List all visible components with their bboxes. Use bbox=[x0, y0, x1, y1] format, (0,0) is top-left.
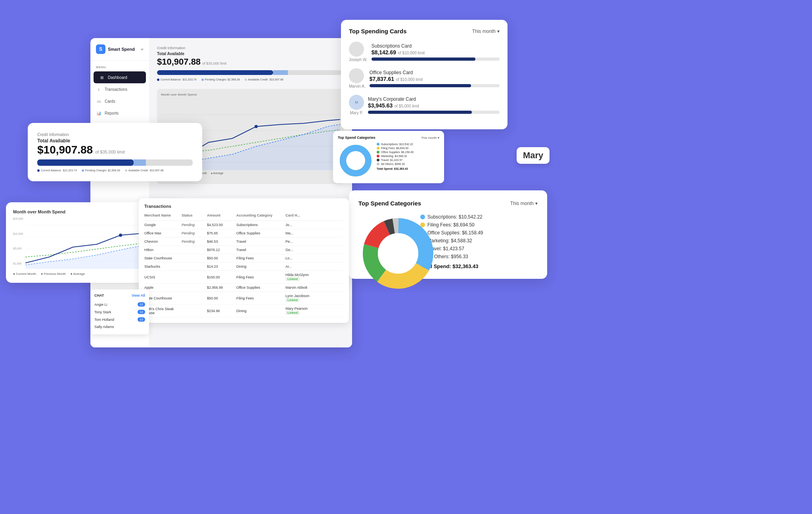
float-credit-legend: Current Balance: $21,523.74 Pending Char… bbox=[37, 169, 193, 172]
sidebar-item-transactions[interactable]: ↕ Transactions bbox=[90, 83, 149, 95]
float-credit-bar bbox=[37, 159, 193, 166]
card-amount-3: $3,945.63 bbox=[368, 102, 393, 109]
table-row: State Courthouse $50.00 Filing Fees Lynn… bbox=[144, 292, 343, 305]
reports-icon: 📊 bbox=[96, 110, 102, 116]
table-row: State Courthouse $50.00 Filing Fees Lo..… bbox=[144, 254, 343, 263]
float-legend-balance: Current Balance: $21,523.74 bbox=[37, 169, 77, 172]
svg-point-17 bbox=[378, 233, 418, 274]
sidebar-item-dashboard[interactable]: ⊞ Dashboard bbox=[94, 71, 146, 83]
merchant: Google bbox=[144, 223, 180, 227]
chat-item-3[interactable]: Tom Holland 12 bbox=[94, 316, 145, 323]
card: Hilda McGlynn Linked bbox=[285, 273, 317, 281]
small-legend-travel: Travel: $1,423.57 bbox=[377, 159, 414, 161]
category: Office Supplies bbox=[236, 231, 284, 235]
amount: $976.12 bbox=[207, 248, 235, 252]
sidebar-item-label: Reports bbox=[105, 111, 119, 115]
chevron-down-icon: ▾ bbox=[535, 201, 538, 206]
chat-view-all[interactable]: View All bbox=[132, 293, 145, 297]
credit-float-panel: Credit Information Total Available $10,9… bbox=[28, 123, 202, 181]
card: Mary Pearson Linked bbox=[285, 307, 317, 315]
expand-icon[interactable]: ⇄ bbox=[141, 48, 144, 51]
category: Dining bbox=[236, 265, 284, 269]
sidebar-item-label: Transactions bbox=[105, 87, 127, 92]
credit-info-label: Credit Information bbox=[157, 46, 344, 50]
legend-others: All Others: $956.33 bbox=[420, 254, 538, 259]
small-total: Total Spend: $32,363.43 bbox=[377, 167, 414, 170]
small-legend-subscriptions: Subscriptions: $10,542.22 bbox=[377, 143, 414, 146]
large-filter-dropdown[interactable]: This month ▾ bbox=[510, 201, 538, 206]
spend-bar-2 bbox=[370, 84, 500, 87]
transactions-icon: ↕ bbox=[96, 86, 102, 92]
legend-office: Office Supplies: $6,158.49 bbox=[420, 230, 538, 236]
app-logo-icon: S bbox=[96, 44, 105, 54]
y-axis: $15,000 $10,000 $5,000 $1,000 bbox=[13, 217, 23, 265]
status: Pending bbox=[182, 223, 205, 227]
filter-label: This month bbox=[510, 201, 534, 206]
card: Ge... bbox=[285, 248, 317, 252]
float-bar-used bbox=[37, 159, 134, 166]
table-row: Chevron Pending $46.53 Travel Pe... bbox=[144, 238, 343, 246]
top-spending-cards-panel: Top Spending Cards This month ▾ Joseph W… bbox=[341, 20, 508, 129]
table-header: Merchant Name Status Amount Accounting C… bbox=[144, 212, 343, 221]
filter-dropdown[interactable]: This month ▾ bbox=[472, 29, 500, 34]
legend-dot-balance bbox=[157, 79, 159, 81]
svg-point-5 bbox=[255, 125, 258, 128]
table-row: Starbucks $14.23 Dining Ar... bbox=[144, 263, 343, 271]
chat-item-2[interactable]: Tony Stark 12 bbox=[94, 308, 145, 316]
dashboard-icon: ⊞ bbox=[99, 75, 105, 80]
legend-current-balance: Current Balance: $21,523.74 bbox=[157, 78, 197, 81]
large-panel-title: Top Spend Categories bbox=[358, 200, 421, 207]
merchant: Starbucks bbox=[144, 265, 180, 269]
table-row: Office Max Pending $75.65 Office Supplie… bbox=[144, 229, 343, 238]
credit-bar-used bbox=[157, 70, 273, 75]
table-row: Ruth's Chris Steak House $234.96 Dining … bbox=[144, 305, 343, 317]
legend-value: $21,523.74 bbox=[183, 78, 197, 81]
menu-label: MENU bbox=[90, 61, 149, 71]
chat-item-4[interactable]: Sally Adams bbox=[94, 323, 145, 330]
legend-current-month: ● Current Month bbox=[13, 272, 36, 276]
chat-badge-3: 12 bbox=[138, 317, 145, 322]
sidebar-logo: S Smart Spend ⇄ bbox=[90, 44, 149, 61]
card-limit-2: of $10,000 limit bbox=[396, 77, 423, 82]
card-name-2: Office Supplies Card bbox=[370, 70, 500, 75]
avatar-circle-3: M bbox=[349, 95, 364, 110]
credit-legend: Current Balance: $21,523.74 Pending Char… bbox=[157, 78, 344, 81]
large-panel-content: Subscriptions: $10,542.22 Filing Fees: $… bbox=[358, 214, 538, 269]
small-panel-filter[interactable]: This month ▾ bbox=[421, 136, 439, 140]
legend-value: $10,907.88 bbox=[270, 78, 283, 81]
status: Pending bbox=[182, 231, 205, 235]
amount: $4,523.00 bbox=[207, 223, 235, 227]
user-avatar-3: M Mary P. bbox=[349, 95, 364, 115]
chat-badge-2: 12 bbox=[138, 310, 145, 314]
card-name-1: Subscriptions Card bbox=[372, 43, 500, 49]
dot bbox=[377, 151, 379, 153]
float-title: Total Available bbox=[37, 138, 193, 144]
chat-item-1[interactable]: Angie Li 12 bbox=[94, 301, 145, 308]
small-legend-office: Office Supplies: $6,158.49 bbox=[377, 151, 414, 153]
float-available-value: $10,907.88 bbox=[150, 169, 164, 172]
float-legend-pending: Pending Charges $2,568.38 bbox=[82, 169, 120, 172]
card-name-3: Mary's Corporate Card bbox=[368, 96, 500, 102]
small-panel-title: Top Spend Categories bbox=[338, 136, 375, 140]
spending-info-2: Office Supplies Card $7,837.61 of $10,00… bbox=[370, 70, 500, 87]
amount: $150.00 bbox=[207, 275, 235, 279]
spend-bar-3 bbox=[368, 111, 500, 114]
legend-pending-charges: Pending Charges $2,568.38 bbox=[201, 78, 240, 81]
chat-user-name: Tony Stark bbox=[94, 310, 111, 314]
col-card: Card H... bbox=[285, 213, 317, 217]
sidebar-item-reports[interactable]: 📊 Reports bbox=[90, 107, 149, 119]
avatar-name-1: Joseph W. bbox=[349, 58, 368, 62]
sidebar-item-cards[interactable]: ▭ Cards bbox=[90, 95, 149, 107]
spend-bar-fill-1 bbox=[372, 58, 475, 61]
small-donut bbox=[338, 143, 373, 178]
filter-label: This month bbox=[472, 29, 496, 34]
table-row: Google Pending $4,523.00 Subscriptions J… bbox=[144, 221, 343, 229]
credit-bar-pending bbox=[273, 70, 288, 75]
svg-point-23 bbox=[119, 234, 122, 237]
dot bbox=[377, 143, 379, 146]
spending-info-3: Mary's Corporate Card $3,945.63 of $5,00… bbox=[368, 96, 500, 114]
top-spend-large-panel: Top Spend Categories This month ▾ bbox=[349, 190, 547, 279]
col-status: Status bbox=[182, 213, 205, 217]
linked-badge: Linked bbox=[285, 298, 300, 302]
merchant: UCSIS bbox=[144, 275, 180, 279]
